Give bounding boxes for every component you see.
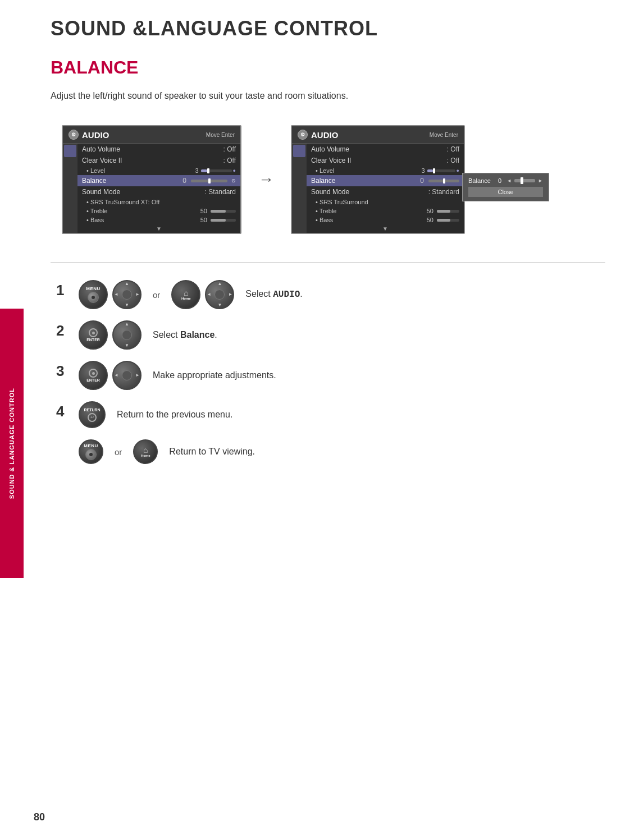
menu-row-level: • Level 3 ● xyxy=(77,166,240,175)
ud-up-2: ▲ xyxy=(125,322,129,327)
right-menu-row-sound-mode: Sound Mode : Standard xyxy=(307,186,464,198)
home-btn-label-5: Home xyxy=(141,454,150,457)
menu-rows-left: Auto Volume : Off Clear Voice II : Off •… xyxy=(77,144,240,233)
menu-btn-inner xyxy=(88,292,99,303)
icon-audio xyxy=(64,145,76,157)
nav-right-arrow-1: ► xyxy=(135,292,140,297)
right-icon-settings xyxy=(293,172,305,184)
page-number: 80 xyxy=(34,811,45,823)
enter-label-3: ENTER xyxy=(86,378,100,382)
level-bar xyxy=(201,169,232,172)
menu-icon-right: ⚙ xyxy=(298,130,308,140)
right-menu-row-bass: • Bass 50 xyxy=(307,215,464,224)
ud-nav-2[interactable]: ▲ ▼ xyxy=(112,320,142,350)
right-level-dot-icon: ● xyxy=(457,168,459,173)
close-button[interactable]: Close xyxy=(468,187,543,197)
menu-icon-left: ⚙ xyxy=(69,130,79,140)
tv-menu-right-content: Auto Volume : Off Clear Voice II : Off •… xyxy=(292,144,464,233)
menu-button[interactable]: MENU xyxy=(79,280,108,309)
right-treble-value: 50 xyxy=(427,208,433,214)
step-5-home-buttons: ⌂ Home xyxy=(133,439,158,464)
tv-menu-right-header: ⚙ AUDIO Move Enter xyxy=(292,126,464,144)
menu-left-title: AUDIO xyxy=(82,130,109,140)
tv-menu-right-body: Auto Volume : Off Clear Voice II : Off •… xyxy=(292,144,464,233)
step-5: _ MENU or ⌂ Home Return to TV viewing. xyxy=(56,439,605,464)
menu-row-treble: • Treble 50 xyxy=(77,206,240,215)
side-icons xyxy=(63,144,77,233)
step-1-home-buttons: ⌂ Home ▲ ▼ ◄ ► xyxy=(171,280,234,309)
tv-menu-right-wrapper: ⚙ AUDIO Move Enter xyxy=(291,125,465,234)
return-button[interactable]: RETURN ↩ xyxy=(79,401,106,428)
icon-settings xyxy=(64,172,76,184)
step-3-text: Make appropriate adjustments. xyxy=(153,369,276,382)
step-4-number: 4 xyxy=(56,404,67,419)
enter-label-2: ENTER xyxy=(86,338,100,342)
level-label: • Level xyxy=(86,167,195,174)
bass-label: • Bass xyxy=(86,217,200,223)
return-label: RETURN xyxy=(84,408,100,412)
menu-right-title: AUDIO xyxy=(311,130,338,140)
step-4: 4 RETURN ↩ Return to the previous menu. xyxy=(56,401,605,428)
sidebar: SOUND & LANGUAGE CONTROL xyxy=(0,309,24,578)
right-bass-fill xyxy=(437,219,450,222)
tv-menu-right: ⚙ AUDIO Move Enter xyxy=(291,125,465,234)
step-2-buttons: ENTER ▲ ▼ xyxy=(79,320,142,350)
step-2-text: Select Balance. xyxy=(153,329,217,341)
page-title: SOUND &LANGUAGE CONTROL xyxy=(51,17,605,40)
step-5-text: Return to TV viewing. xyxy=(169,446,255,458)
right-level-fill xyxy=(427,169,433,172)
right-balance-label: Balance xyxy=(311,177,418,185)
popup-balance-value: 0 xyxy=(498,177,501,184)
nav-up-arrow-1: ▲ xyxy=(125,282,129,286)
sidebar-label: SOUND & LANGUAGE CONTROL xyxy=(8,388,15,499)
menu-left-nav-hint: Move Enter xyxy=(206,132,235,138)
step-3: 3 ENTER ◄ ► Make appropriate adjustment xyxy=(56,361,605,390)
clear-voice-label: Clear Voice II xyxy=(82,157,221,164)
nav-center-1b xyxy=(214,290,225,300)
step-1-bold: AUDIO xyxy=(273,290,300,300)
right-clear-voice-label: Clear Voice II xyxy=(311,157,445,164)
nav-down-arrow-1: ▼ xyxy=(125,303,129,307)
right-side-icons xyxy=(292,144,307,233)
popup-right-arrow: ► xyxy=(538,178,543,183)
balance-value: 0 xyxy=(182,177,186,185)
nav-cluster-1[interactable]: ▲ ▼ ◄ ► xyxy=(112,280,142,309)
right-level-bar xyxy=(427,169,455,172)
nav-cluster-1b[interactable]: ▲ ▼ ◄ ► xyxy=(205,280,234,309)
step-4-buttons: RETURN ↩ xyxy=(79,401,106,428)
balance-bar xyxy=(191,180,227,182)
menu-row-srs: • SRS TruSurround XT: Off xyxy=(77,198,240,206)
right-menu-row-balance: Balance 0 xyxy=(307,175,464,186)
right-icon-time xyxy=(293,199,305,211)
popup-balance-bar xyxy=(514,179,535,182)
tv-menu-left: ⚙ AUDIO Move Enter xyxy=(62,125,241,234)
menu-row-bass: • Bass 50 xyxy=(77,215,240,224)
arrow-between: → xyxy=(258,171,274,189)
icon-image xyxy=(64,185,76,198)
step-2-number: 2 xyxy=(56,323,67,338)
treble-fill xyxy=(211,210,226,213)
balance-indicator xyxy=(208,178,211,183)
home-button-1[interactable]: ⌂ Home xyxy=(171,280,200,309)
step-4-text: Return to the previous menu. xyxy=(117,408,232,421)
menu-button-5[interactable]: MENU xyxy=(79,439,103,464)
section-title: BALANCE xyxy=(51,57,605,78)
right-icon-image xyxy=(293,185,305,198)
right-menu-row-auto-volume: Auto Volume : Off xyxy=(307,144,464,155)
home-button-5[interactable]: ⌂ Home xyxy=(133,439,158,464)
menu-btn-dot xyxy=(92,296,95,299)
bass-bar xyxy=(211,219,236,222)
tv-menu-left-body: Auto Volume : Off Clear Voice II : Off •… xyxy=(63,144,240,233)
popup-balance-label: Balance xyxy=(468,177,495,184)
step-1: 1 MENU ▲ ▼ ◄ ► or xyxy=(56,280,605,309)
level-bar-container: ● xyxy=(201,168,236,173)
ud-center-2 xyxy=(122,330,132,340)
lr-nav-3[interactable]: ◄ ► xyxy=(112,361,142,390)
right-auto-volume-label: Auto Volume xyxy=(311,145,445,153)
treble-label: • Treble xyxy=(86,208,200,214)
right-menu-row-level: • Level 3 ● xyxy=(307,166,464,175)
enter-button-2[interactable]: ENTER xyxy=(79,320,108,350)
nav-right-1b: ► xyxy=(228,292,232,297)
enter-button-3[interactable]: ENTER xyxy=(79,361,108,390)
tv-menu-left-content: Auto Volume : Off Clear Voice II : Off •… xyxy=(63,144,240,233)
